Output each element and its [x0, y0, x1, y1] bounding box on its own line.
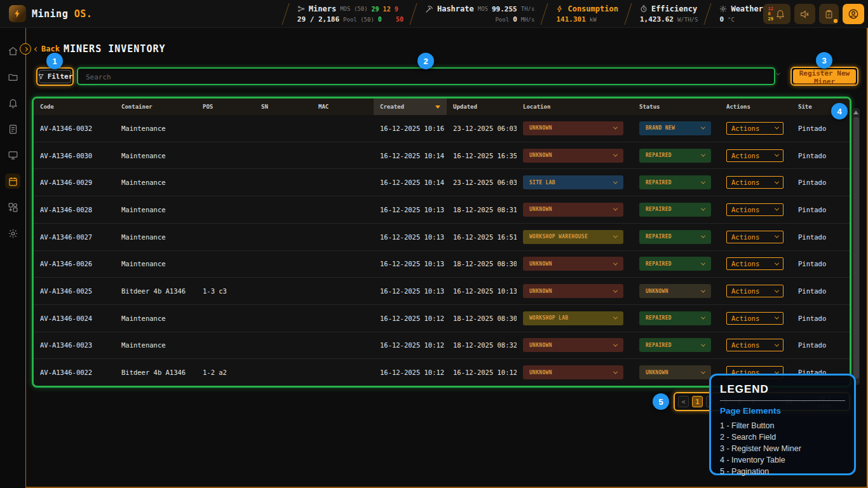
- status-select[interactable]: REPAIRED: [639, 149, 711, 163]
- status-select[interactable]: UNKNOWN: [639, 284, 711, 298]
- cell-created: 16-12-2025 10:12: [374, 341, 447, 349]
- table-row[interactable]: AV-A1346-0025 Bitdeer 4b A1346 1-3_c3 16…: [34, 277, 850, 304]
- notifications-button[interactable]: 12 0 29: [763, 4, 790, 24]
- cell-created: 16-12-2025 10:12: [374, 369, 447, 376]
- chevron-down-icon: [775, 152, 779, 157]
- status-select[interactable]: REPAIRED: [639, 257, 711, 271]
- actions-dropdown[interactable]: Actions: [726, 122, 783, 135]
- cell-pos: 1-2_a2: [196, 369, 255, 376]
- search-input[interactable]: [79, 71, 773, 84]
- notification-dot: [834, 19, 837, 23]
- actions-dropdown[interactable]: Actions: [726, 203, 783, 216]
- sidebar-item-files[interactable]: [5, 69, 20, 85]
- status-select[interactable]: BRAND NEW: [639, 121, 711, 135]
- table-row[interactable]: AV-A1346-0028 Maintenance 16-12-2025 10:…: [34, 196, 850, 223]
- account-button[interactable]: [843, 4, 864, 24]
- back-button[interactable]: Back: [35, 44, 60, 53]
- sound-button[interactable]: [794, 4, 815, 24]
- logo-flame-icon: [9, 5, 26, 22]
- filter-button[interactable]: Filter: [39, 70, 71, 83]
- actions-dropdown[interactable]: Actions: [726, 231, 783, 243]
- actions-dropdown[interactable]: Actions: [726, 312, 783, 325]
- cell-created: 16-12-2025 10:13: [374, 206, 447, 214]
- location-select[interactable]: UNKNOWN: [523, 338, 623, 352]
- location-select[interactable]: UNKNOWN: [523, 121, 623, 135]
- search-annotation: [77, 67, 775, 85]
- sidebar-item-home[interactable]: [5, 43, 20, 58]
- sidebar-item-settings[interactable]: [5, 226, 20, 241]
- table-row[interactable]: AV-A1346-0023 Maintenance 16-12-2025 10:…: [34, 332, 850, 359]
- table-row[interactable]: AV-A1346-0026 Maintenance 16-12-2025 10:…: [34, 250, 850, 278]
- column-header: SN: [255, 98, 312, 115]
- chevron-left-icon: [34, 46, 39, 51]
- header-stats: Miners MOS (50) 29 12 9 29 / 2,186 Pool …: [285, 0, 773, 28]
- pagination-prev-button[interactable]: <: [678, 396, 689, 407]
- cell-container: Maintenance: [115, 341, 196, 349]
- chevron-down-icon: [701, 179, 705, 184]
- reports-button[interactable]: [819, 4, 839, 24]
- status-select[interactable]: REPAIRED: [639, 203, 711, 217]
- register-new-miner-button[interactable]: Register New Miner: [793, 69, 856, 83]
- chevron-down-icon: [613, 342, 618, 347]
- location-select[interactable]: UNKNOWN: [523, 149, 623, 163]
- actions-dropdown[interactable]: Actions: [726, 257, 783, 270]
- location-select[interactable]: UNKNOWN: [523, 284, 623, 298]
- chevron-down-icon: [613, 234, 618, 238]
- sidebar-item-monitoring[interactable]: [5, 147, 20, 163]
- cell-created: 16-12-2025 10:12: [374, 315, 447, 322]
- stat-consumption: Consumption 141.301 kW: [544, 0, 627, 28]
- cell-container: Maintenance: [115, 233, 196, 241]
- table-row[interactable]: AV-A1346-0024 Maintenance 16-12-2025 10:…: [34, 304, 850, 332]
- actions-dropdown[interactable]: Actions: [726, 339, 783, 351]
- calendar-icon: [8, 176, 18, 187]
- cell-site: Pintado: [792, 179, 850, 186]
- actions-dropdown[interactable]: Actions: [726, 176, 783, 189]
- table-row[interactable]: AV-A1346-0030 Maintenance 16-12-2025 10:…: [34, 142, 850, 169]
- annotation-marker-5: 5: [653, 393, 669, 410]
- location-select[interactable]: WORKSHOP WAREHOUSE: [523, 230, 623, 244]
- status-select[interactable]: REPAIRED: [639, 175, 711, 189]
- location-select[interactable]: SITE LAB: [523, 175, 623, 189]
- column-header: Location: [517, 98, 633, 115]
- chevron-down-icon: [613, 369, 618, 374]
- chevron-down-icon: [613, 152, 618, 157]
- column-header: Code: [34, 98, 115, 115]
- cell-code: AV-A1346-0022: [34, 369, 115, 376]
- app-logo[interactable]: Mining OS.: [0, 5, 92, 22]
- cell-container: Maintenance: [115, 179, 196, 186]
- sidebar-item-alerts[interactable]: [5, 95, 20, 111]
- legend-subtitle: Page Elements: [720, 406, 845, 416]
- sidebar-item-reports[interactable]: [5, 121, 20, 137]
- actions-dropdown[interactable]: Actions: [726, 149, 783, 162]
- table-row[interactable]: AV-A1346-0029 Maintenance 16-12-2025 10:…: [34, 168, 850, 196]
- sidebar-item-inventory[interactable]: [5, 173, 20, 189]
- table-header-row: CodeContainerPOSSNMACCreatedUpdatedLocat…: [34, 98, 850, 115]
- scroll-up-icon[interactable]: [853, 111, 858, 114]
- legend-item: 2 - Search Field: [720, 431, 845, 443]
- sidebar-expand-button[interactable]: [20, 43, 31, 55]
- cell-pos: 1-3_c3: [196, 287, 255, 295]
- pagination-page-button[interactable]: 1: [692, 396, 703, 407]
- location-select[interactable]: WORKSHOP LAB: [523, 311, 623, 325]
- annotation-marker-1: 1: [46, 53, 63, 69]
- search-chevron-icon[interactable]: [776, 71, 780, 76]
- actions-dropdown[interactable]: Actions: [726, 285, 783, 297]
- sidebar-item-modules[interactable]: [5, 200, 20, 215]
- column-header: Status: [633, 98, 720, 115]
- sort-desc-icon: [435, 105, 440, 109]
- status-select[interactable]: UNKNOWN: [639, 365, 711, 379]
- chevron-down-icon: [775, 234, 779, 238]
- status-select[interactable]: REPAIRED: [639, 338, 711, 352]
- legend-panel: LEGEND Page Elements 1 - Filter Button2 …: [709, 374, 856, 475]
- location-select[interactable]: UNKNOWN: [523, 365, 623, 379]
- table-row[interactable]: AV-A1346-0032 Maintenance 16-12-2025 10:…: [34, 115, 850, 142]
- column-header[interactable]: Created: [374, 98, 447, 115]
- location-select[interactable]: UNKNOWN: [523, 203, 623, 217]
- status-select[interactable]: REPAIRED: [639, 311, 711, 325]
- scrollbar-thumb[interactable]: [853, 117, 859, 379]
- status-select[interactable]: REPAIRED: [639, 230, 711, 244]
- table-row[interactable]: AV-A1346-0027 Maintenance 16-12-2025 10:…: [34, 223, 850, 250]
- location-select[interactable]: UNKNOWN: [523, 257, 623, 271]
- legend-item: 4 - Inventory Table: [720, 454, 845, 466]
- table-scrollbar[interactable]: [852, 108, 860, 385]
